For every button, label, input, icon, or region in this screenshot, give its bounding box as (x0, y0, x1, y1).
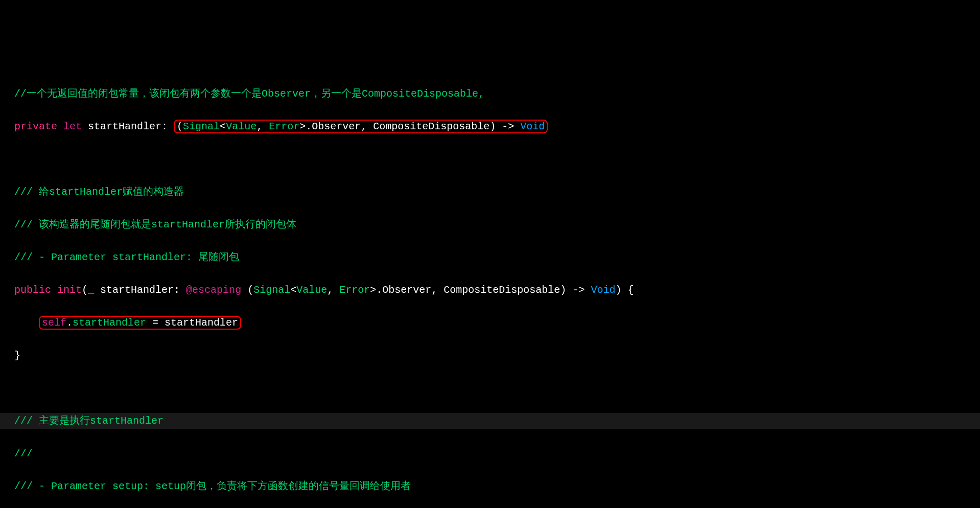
paren: ) (489, 121, 496, 132)
keyword-let: let (63, 121, 82, 132)
highlight-box: self.startHandler = startHandler (39, 316, 241, 330)
paren: ( (247, 284, 253, 296)
keyword-self: self (42, 317, 66, 329)
type: CompositeDisposable (444, 284, 560, 296)
punct: , (327, 284, 339, 296)
code-line: self.startHandler = startHandler (14, 315, 980, 331)
code-line: /// - Parameter setup: setup闭包，负责将下方函数创建… (14, 478, 980, 495)
highlighted-line: /// 主要是执行startHandler (0, 413, 980, 429)
code-line: /// 给startHandler赋值的构造器 (14, 184, 980, 200)
doc-comment: /// - Parameter setup: setup闭包，负责将下方函数创建… (14, 480, 411, 492)
paren: ( (177, 121, 183, 132)
keyword-init: init (57, 284, 82, 296)
code-line (14, 380, 980, 397)
identifier: startHandler: (82, 121, 174, 132)
punct: , (431, 284, 444, 296)
highlight-box: (Signal<Value, Error>.Observer, Composit… (174, 120, 548, 133)
code-line: private let startHandler: (Signal<Value,… (14, 119, 980, 135)
type: Value (296, 284, 327, 296)
type-void: Void (591, 284, 615, 296)
punct: , (256, 121, 269, 132)
type: Observer (312, 121, 361, 132)
punct: > (370, 284, 376, 296)
code-line: /// (14, 446, 980, 462)
space (241, 284, 247, 296)
type: Signal (253, 284, 290, 296)
type-void: Void (520, 121, 545, 132)
code-line: } (14, 348, 980, 364)
code-editor: //一个无返回值的闭包常量，该闭包有两个参数一个是Observer，另一个是Co… (14, 70, 980, 508)
param-label: startHandler: (94, 284, 186, 296)
paren: ( (82, 284, 88, 296)
type: CompositeDisposable (373, 121, 489, 132)
punct: . (306, 121, 312, 132)
punct: > (299, 121, 306, 132)
type: Value (226, 121, 256, 132)
paren: ) (560, 284, 566, 296)
punct: < (220, 121, 226, 132)
doc-comment: /// (14, 448, 33, 459)
code-line: /// - Parameter startHandler: 尾随闭包 (14, 249, 980, 266)
doc-comment: /// - Parameter startHandler: 尾随闭包 (14, 251, 239, 263)
code-line: /// 该构造器的尾随闭包就是startHandler所执行的闭包体 (14, 217, 980, 233)
type: Error (269, 121, 299, 132)
member: startHandler (73, 317, 146, 329)
assignment: = startHandler (146, 317, 238, 329)
type: Signal (183, 121, 220, 132)
code-line: public init(_ startHandler: @escaping (S… (14, 282, 980, 298)
punct: . (66, 317, 73, 329)
doc-comment: /// 给startHandler赋值的构造器 (14, 186, 184, 198)
brace: } (14, 350, 20, 361)
punct: -> (496, 121, 520, 132)
code-line: //一个无返回值的闭包常量，该闭包有两个参数一个是Observer，另一个是Co… (14, 86, 980, 102)
punct: . (376, 284, 382, 296)
attribute-escaping: @escaping (186, 284, 241, 296)
punct: , (361, 121, 373, 132)
keyword-public: public (14, 284, 51, 296)
punct: < (290, 284, 296, 296)
keyword-private: private (14, 121, 57, 132)
type: Error (339, 284, 370, 296)
type: Observer (382, 284, 431, 296)
underscore: _ (88, 284, 94, 296)
comment: //一个无返回值的闭包常量，该闭包有两个参数一个是Observer，另一个是Co… (14, 88, 484, 100)
doc-comment: /// 该构造器的尾随闭包就是startHandler所执行的闭包体 (14, 219, 296, 230)
doc-comment: /// 主要是执行startHandler (14, 415, 164, 427)
punct: -> (566, 284, 591, 296)
paren: ) { (615, 284, 634, 296)
code-line (14, 151, 980, 168)
